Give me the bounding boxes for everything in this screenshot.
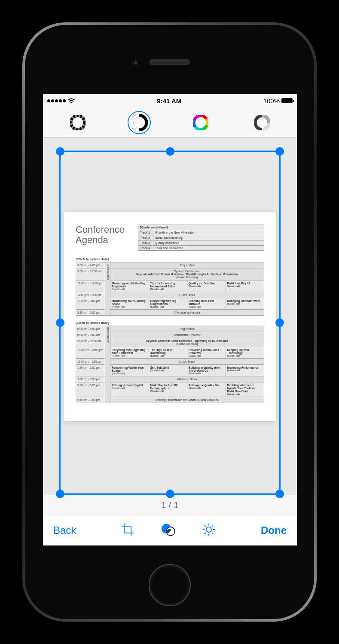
filter-greyscale[interactable] <box>66 111 89 134</box>
status-left <box>47 98 75 104</box>
greyscale-ring-icon <box>70 115 86 130</box>
canvas-area: Conference Agenda [Conference Name] Trac… <box>43 138 297 495</box>
phone-body: 9:41 AM 100% <box>25 25 314 619</box>
svg-point-12 <box>206 527 211 532</box>
brightness-button[interactable] <box>202 522 216 539</box>
filter-bw[interactable] <box>128 111 151 134</box>
crop-handle-left[interactable] <box>56 318 64 327</box>
signal-dots-icon <box>47 99 66 102</box>
filter-color[interactable] <box>189 111 212 134</box>
brightness-icon <box>202 522 216 537</box>
crop-handle-top-left[interactable] <box>56 147 64 156</box>
back-button[interactable]: Back <box>53 524 76 536</box>
status-right: 100% <box>263 97 293 105</box>
crop-icon <box>121 523 134 536</box>
camera-icon <box>132 59 139 66</box>
crop-button[interactable] <box>121 523 134 538</box>
crop-handle-right[interactable] <box>275 318 284 327</box>
color-ring-icon <box>193 115 208 130</box>
filter-grey-light[interactable] <box>250 111 274 134</box>
crop-handle-top-right[interactable] <box>275 147 284 156</box>
speaker-icon <box>149 59 190 65</box>
filter-button[interactable] <box>160 523 176 538</box>
crop-handle-bottom-right[interactable] <box>275 490 284 498</box>
filter-overlap-icon <box>160 523 176 536</box>
crop-frame[interactable] <box>59 151 281 495</box>
status-bar: 9:41 AM 100% <box>43 94 297 108</box>
crop-handle-top[interactable] <box>166 147 174 156</box>
filter-bar <box>43 108 297 138</box>
status-time: 9:41 AM <box>157 97 181 105</box>
battery-icon <box>281 98 293 103</box>
bw-halfmoon-icon <box>131 114 148 131</box>
crop-handle-bottom[interactable] <box>166 490 174 498</box>
phone-bezel: 9:41 AM 100% <box>22 22 317 622</box>
done-button[interactable]: Done <box>261 524 287 536</box>
screen: 9:41 AM 100% <box>43 94 297 545</box>
bottom-toolbar: Back Done <box>43 515 297 545</box>
battery-percent: 100% <box>263 97 280 105</box>
grey-light-ring-icon <box>254 115 270 130</box>
home-button[interactable] <box>149 564 191 606</box>
wifi-icon <box>67 98 75 104</box>
crop-handle-bottom-left[interactable] <box>56 490 64 498</box>
